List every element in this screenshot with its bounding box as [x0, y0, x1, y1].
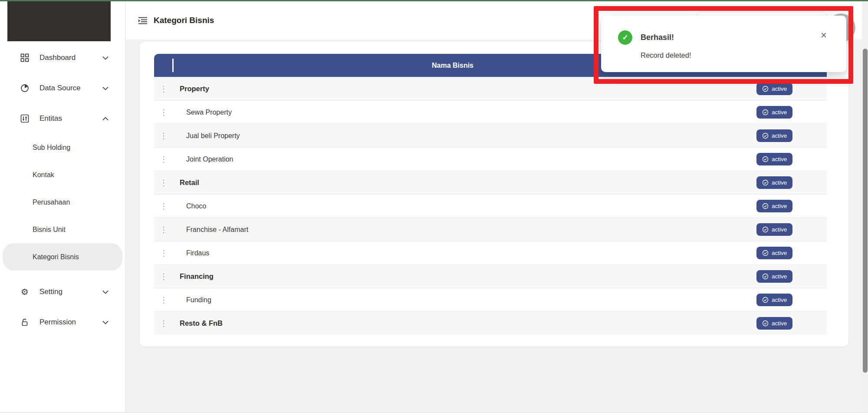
- drag-handle-icon[interactable]: ⋮: [154, 132, 173, 140]
- check-circle-icon: [762, 109, 769, 116]
- grid-icon: [20, 53, 30, 63]
- row-name: Firdaus: [173, 249, 752, 257]
- drag-handle-icon[interactable]: ⋮: [154, 249, 173, 257]
- drag-handle-icon[interactable]: ⋮: [154, 320, 173, 327]
- drag-handle-icon[interactable]: ⋮: [154, 226, 173, 234]
- sidebar-item-entitas[interactable]: Entitas: [0, 103, 125, 134]
- table-row[interactable]: ⋮ Choco active: [154, 194, 827, 218]
- drag-handle-icon[interactable]: ⋮: [154, 179, 173, 187]
- submenu-label: Sub Holding: [33, 144, 70, 152]
- drag-handle-icon[interactable]: ⋮: [154, 155, 173, 163]
- status-badge-label: active: [772, 109, 787, 116]
- check-circle-icon: [762, 320, 769, 327]
- status-badge[interactable]: active: [756, 294, 792, 306]
- chevron-down-icon: [102, 56, 108, 60]
- chevron-down-icon: [102, 86, 108, 90]
- sidebar-item-sub-holding[interactable]: Sub Holding: [0, 134, 125, 161]
- row-status-cell: active: [752, 317, 827, 330]
- row-status-cell: active: [752, 247, 827, 259]
- status-badge[interactable]: active: [756, 247, 792, 259]
- table-row[interactable]: ⋮ Property active: [154, 77, 827, 100]
- row-name: Sewa Property: [173, 109, 752, 116]
- row-name: Choco: [173, 202, 752, 210]
- status-badge-label: active: [772, 86, 787, 92]
- drag-handle-icon[interactable]: ⋮: [154, 273, 173, 281]
- status-badge[interactable]: active: [756, 83, 792, 95]
- app-root: Dashboard Data Source Entitas: [0, 0, 868, 413]
- app-logo: [7, 1, 111, 41]
- status-badge-label: active: [772, 273, 787, 280]
- drag-handle-icon[interactable]: ⋮: [154, 202, 173, 210]
- status-badge[interactable]: active: [756, 317, 792, 330]
- pie-chart-icon: [20, 83, 30, 93]
- sidebar-item-perusahaan[interactable]: Perusahaan: [0, 188, 125, 216]
- drag-handle-icon[interactable]: ⋮: [154, 85, 173, 93]
- row-name: Jual beli Property: [173, 132, 752, 140]
- status-badge[interactable]: active: [756, 270, 792, 283]
- chevron-down-icon: [102, 290, 108, 294]
- row-name: Joint Operation: [173, 155, 752, 163]
- row-name: Property: [173, 85, 752, 93]
- row-name: Retail: [173, 178, 752, 187]
- sidebar-item-permission[interactable]: Permission: [0, 307, 125, 337]
- table-row[interactable]: ⋮ Jual beli Property active: [154, 124, 827, 147]
- chevron-down-icon: [102, 320, 108, 324]
- sidebar-item-kategori-bisnis[interactable]: Kategori Bisnis: [3, 243, 122, 271]
- status-badge-label: active: [772, 226, 787, 233]
- table-row[interactable]: ⋮ Retail active: [154, 171, 827, 194]
- status-badge-label: active: [772, 297, 787, 303]
- page-title: Kategori Bisnis: [154, 16, 214, 25]
- check-circle-icon: [762, 156, 769, 162]
- row-status-cell: active: [752, 200, 827, 212]
- table-row[interactable]: ⋮ Sewa Property active: [154, 100, 827, 124]
- page-header: Kategori Bisnis: [138, 16, 214, 25]
- sidebar-item-data-source[interactable]: Data Source: [0, 73, 125, 103]
- sidebar-item-setting[interactable]: ⚙ Setting: [0, 277, 125, 307]
- sidebar-item-label: Dashboard: [39, 53, 76, 62]
- check-circle-icon: [762, 203, 769, 209]
- header-cursor-bar: [172, 59, 174, 72]
- status-badge[interactable]: active: [756, 153, 792, 165]
- check-circle-icon: [762, 226, 769, 233]
- success-check-icon: ✓: [618, 30, 632, 45]
- table-row[interactable]: ⋮ Financing active: [154, 264, 827, 288]
- table-row[interactable]: ⋮ Funding active: [154, 288, 827, 311]
- status-badge[interactable]: active: [756, 106, 792, 119]
- page-scrollbar-track[interactable]: [862, 0, 868, 413]
- list-indent-icon[interactable]: [138, 17, 148, 24]
- row-status-cell: active: [752, 176, 827, 189]
- row-status-cell: active: [752, 223, 827, 236]
- drag-handle-icon[interactable]: ⋮: [154, 109, 173, 116]
- sidebar-item-dashboard[interactable]: Dashboard: [0, 43, 125, 73]
- table-card: Nama Bisnis ⋮ Property active ⋮ Sewa Pro…: [140, 42, 848, 347]
- sidebar-item-bisnis-unit[interactable]: Bisnis Unit: [0, 216, 125, 243]
- row-name: Franchise - Alfamart: [173, 226, 752, 234]
- row-status-cell: active: [752, 83, 827, 95]
- sidebar-menu: Dashboard Data Source Entitas: [0, 43, 125, 337]
- status-badge-label: active: [772, 203, 787, 209]
- close-icon[interactable]: ×: [817, 29, 830, 42]
- status-badge[interactable]: active: [756, 129, 792, 142]
- status-badge[interactable]: active: [756, 176, 792, 189]
- status-badge[interactable]: active: [756, 223, 792, 236]
- sidebar-item-label: Setting: [39, 287, 62, 296]
- drag-handle-icon[interactable]: ⋮: [154, 296, 173, 304]
- sliders-icon: [20, 113, 30, 124]
- check-circle-icon: [762, 132, 769, 139]
- table-row[interactable]: ⋮ Resto & FnB active: [154, 311, 827, 335]
- chevron-up-icon: [102, 117, 108, 121]
- page-scrollbar-thumb[interactable]: [863, 49, 868, 373]
- toast-title: Berhasil!: [641, 33, 674, 42]
- column-header-nama-bisnis: Nama Bisnis: [432, 62, 473, 69]
- status-badge[interactable]: active: [756, 200, 792, 212]
- check-circle-icon: [762, 273, 769, 280]
- row-status-cell: active: [752, 106, 827, 119]
- table-row[interactable]: ⋮ Franchise - Alfamart active: [154, 218, 827, 241]
- submenu-label: Kontak: [33, 171, 54, 179]
- sidebar-item-kontak[interactable]: Kontak: [0, 161, 125, 188]
- check-circle-icon: [762, 86, 769, 92]
- table-row[interactable]: ⋮ Joint Operation active: [154, 147, 827, 171]
- sidebar-item-label: Data Source: [39, 84, 81, 93]
- lock-open-icon: [20, 317, 30, 327]
- table-row[interactable]: ⋮ Firdaus active: [154, 241, 827, 264]
